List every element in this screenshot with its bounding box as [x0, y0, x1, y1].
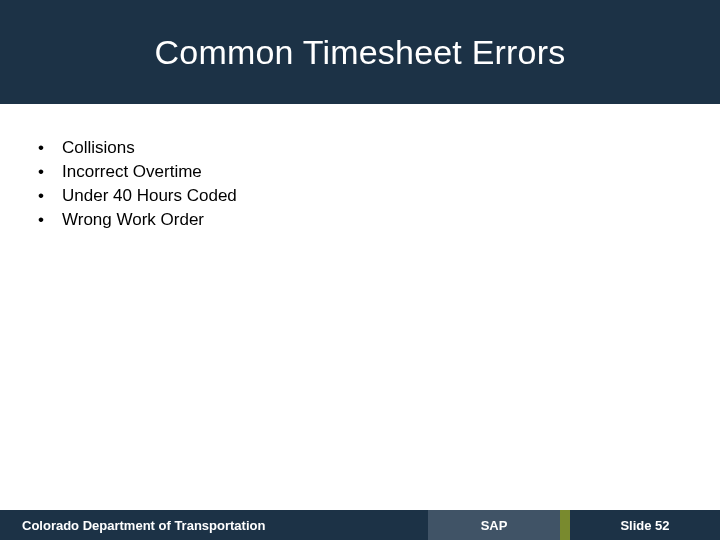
list-item: Under 40 Hours Coded: [34, 184, 674, 208]
footer: Colorado Department of Transportation SA…: [0, 510, 720, 540]
slide-title: Common Timesheet Errors: [155, 33, 566, 72]
footer-accent: [560, 510, 570, 540]
list-item: Collisions: [34, 136, 674, 160]
title-band: Common Timesheet Errors: [0, 0, 720, 104]
body-area: Collisions Incorrect Overtime Under 40 H…: [34, 136, 674, 232]
footer-center: SAP: [428, 510, 560, 540]
list-item: Wrong Work Order: [34, 208, 674, 232]
list-item: Incorrect Overtime: [34, 160, 674, 184]
footer-org: Colorado Department of Transportation: [0, 510, 428, 540]
footer-slide: Slide 52: [570, 510, 720, 540]
bullet-list: Collisions Incorrect Overtime Under 40 H…: [34, 136, 674, 232]
slide: Common Timesheet Errors Collisions Incor…: [0, 0, 720, 540]
